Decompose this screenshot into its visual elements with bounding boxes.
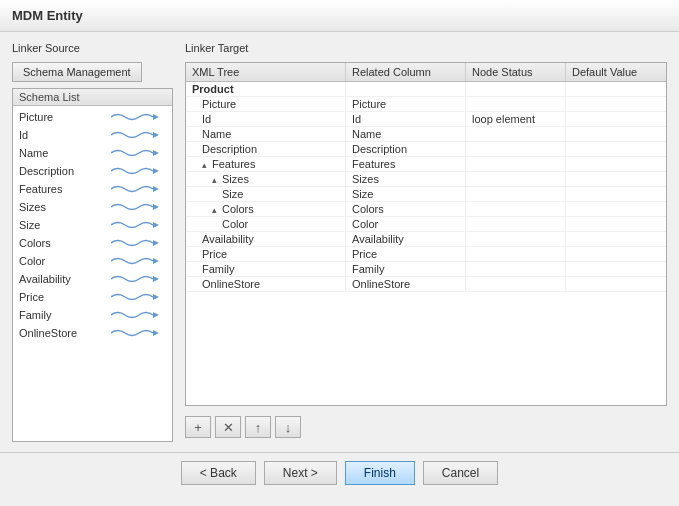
tree-status-cell [466, 262, 566, 276]
move-down-button[interactable]: ↓ [275, 416, 301, 438]
tree-status-cell [466, 217, 566, 231]
page-title: MDM Entity [12, 8, 83, 23]
connector-arrow [111, 146, 166, 160]
tree-related-cell: Color [346, 217, 466, 231]
schema-list-item: Availability [13, 270, 172, 288]
tree-column-header: Related Column [346, 63, 466, 81]
tree-xml-cell: Price [186, 247, 346, 261]
svg-marker-1 [153, 132, 159, 138]
svg-marker-10 [153, 294, 159, 300]
schema-list-item: Features [13, 180, 172, 198]
linker-source-label: Linker Source [12, 42, 173, 54]
table-row[interactable]: AvailabilityAvailability [186, 232, 666, 247]
schema-item-name: Picture [19, 111, 53, 123]
connector-arrow [111, 164, 166, 178]
connector-arrow [111, 110, 166, 124]
tree-default-cell [566, 157, 666, 171]
table-row[interactable]: DescriptionDescription [186, 142, 666, 157]
schema-item-name: Family [19, 309, 51, 321]
tree-status-cell: loop element [466, 112, 566, 126]
tree-related-cell [346, 82, 466, 96]
tree-default-cell [566, 187, 666, 201]
svg-marker-11 [153, 312, 159, 318]
tree-buttons-row: +✕↑↓ [185, 412, 667, 442]
schema-management-button[interactable]: Schema Management [12, 62, 142, 82]
svg-marker-7 [153, 240, 159, 246]
connector-arrow [111, 290, 166, 304]
schema-item-name: Color [19, 255, 45, 267]
schema-item-name: Price [19, 291, 44, 303]
tree-status-cell [466, 82, 566, 96]
table-row[interactable]: FamilyFamily [186, 262, 666, 277]
schema-item-name: OnlineStore [19, 327, 77, 339]
tree-related-cell: Price [346, 247, 466, 261]
schema-list-item: Colors [13, 234, 172, 252]
tree-table-body: ProductPicturePictureIdIdloop elementNam… [186, 82, 666, 400]
svg-marker-2 [153, 150, 159, 156]
delete-row-button[interactable]: ✕ [215, 416, 241, 438]
back-button[interactable]: < Back [181, 461, 256, 485]
svg-marker-6 [153, 222, 159, 228]
tree-related-cell: Size [346, 187, 466, 201]
schema-list-item: Price [13, 288, 172, 306]
move-up-button[interactable]: ↑ [245, 416, 271, 438]
connector-arrow [111, 308, 166, 322]
connector-arrow [111, 182, 166, 196]
table-row[interactable]: IdIdloop element [186, 112, 666, 127]
add-row-button[interactable]: + [185, 416, 211, 438]
tree-status-cell [466, 142, 566, 156]
svg-marker-8 [153, 258, 159, 264]
table-row[interactable]: PricePrice [186, 247, 666, 262]
tree-default-cell [566, 217, 666, 231]
table-row[interactable]: NameName [186, 127, 666, 142]
connector-arrow [111, 200, 166, 214]
schema-list-item: Description [13, 162, 172, 180]
table-row[interactable]: PicturePicture [186, 97, 666, 112]
tree-status-cell [466, 232, 566, 246]
finish-button[interactable]: Finish [345, 461, 415, 485]
table-row[interactable]: Product [186, 82, 666, 97]
connector-arrow [111, 128, 166, 142]
tree-related-cell: Family [346, 262, 466, 276]
tree-status-cell [466, 157, 566, 171]
schema-item-name: Name [19, 147, 48, 159]
tree-default-cell [566, 232, 666, 246]
linker-target-label: Linker Target [185, 42, 667, 54]
tree-status-cell [466, 127, 566, 141]
svg-marker-12 [153, 330, 159, 336]
table-row[interactable]: ▴ SizesSizes [186, 172, 666, 187]
svg-marker-9 [153, 276, 159, 282]
table-row[interactable]: ▴ FeaturesFeatures [186, 157, 666, 172]
schema-list-item: Family [13, 306, 172, 324]
tree-default-cell [566, 172, 666, 186]
tree-related-cell: Sizes [346, 172, 466, 186]
connector-arrow [111, 272, 166, 286]
connector-arrow [111, 326, 166, 340]
schema-list-box: Schema List Picture Id Name Description … [12, 88, 173, 442]
next-button[interactable]: Next > [264, 461, 337, 485]
tree-default-cell [566, 97, 666, 111]
cancel-button[interactable]: Cancel [423, 461, 498, 485]
tree-xml-cell: Id [186, 112, 346, 126]
table-row[interactable]: ▴ ColorsColors [186, 202, 666, 217]
table-row[interactable]: OnlineStoreOnlineStore [186, 277, 666, 292]
schema-item-name: Sizes [19, 201, 46, 213]
tree-xml-cell: Availability [186, 232, 346, 246]
tree-status-cell [466, 247, 566, 261]
tree-xml-cell: Color [186, 217, 346, 231]
schema-item-name: Description [19, 165, 74, 177]
connector-arrow [111, 254, 166, 268]
tree-xml-cell: Family [186, 262, 346, 276]
table-row[interactable]: ColorColor [186, 217, 666, 232]
tree-status-cell [466, 187, 566, 201]
tree-default-cell [566, 142, 666, 156]
tree-related-cell: Colors [346, 202, 466, 216]
tree-status-cell [466, 97, 566, 111]
svg-marker-4 [153, 186, 159, 192]
tree-xml-cell: ▴ Colors [186, 202, 346, 216]
schema-list-item: Color [13, 252, 172, 270]
tree-related-cell: Id [346, 112, 466, 126]
page-header: MDM Entity [0, 0, 679, 32]
tree-xml-cell: Name [186, 127, 346, 141]
table-row[interactable]: SizeSize [186, 187, 666, 202]
